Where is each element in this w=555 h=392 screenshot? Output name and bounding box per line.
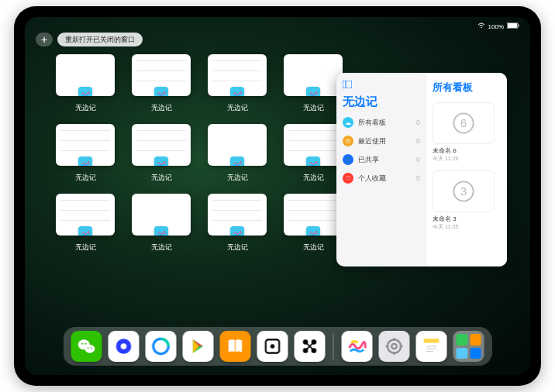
svg-point-21: [271, 344, 274, 348]
dock-divider: [333, 333, 334, 359]
app-window[interactable]: 无边记: [132, 124, 191, 186]
board-item[interactable]: 6 未命名 6 今天 11:26: [433, 102, 501, 163]
svg-text:3: 3: [460, 185, 467, 198]
app-window[interactable]: 无边记: [56, 124, 115, 186]
window-thumbnail[interactable]: [56, 54, 115, 96]
freeform-icon: [78, 87, 92, 96]
freeform-panel[interactable]: ••• 无边记 ☁ 所有看板 0⏱ 最近使用 0👤 已共享 0♡ 个人收藏 0 …: [336, 73, 507, 266]
panel-handle-icon[interactable]: •••: [483, 73, 498, 74]
window-thumbnail[interactable]: [208, 124, 267, 166]
svg-rect-4: [343, 81, 352, 88]
freeform-icon: [154, 156, 168, 166]
dock-app-dice[interactable]: [257, 331, 288, 362]
dock-app-books[interactable]: [220, 331, 251, 362]
category-item[interactable]: 👤 已共享 0: [343, 154, 420, 165]
window-label: 无边记: [303, 173, 324, 183]
category-item[interactable]: ♡ 个人收藏 0: [343, 173, 420, 184]
svg-rect-2: [508, 23, 517, 28]
category-count: 0: [416, 137, 420, 145]
board-item[interactable]: 3 未命名 3 今天 11:25: [433, 170, 501, 231]
window-label: 无边记: [227, 242, 248, 253]
window-label: 无边记: [75, 103, 96, 113]
window-label: 无边记: [151, 103, 172, 113]
board-timestamp: 今天 11:26: [433, 155, 501, 163]
app-window[interactable]: 无边记: [284, 124, 343, 186]
window-thumbnail[interactable]: [56, 194, 115, 236]
category-item[interactable]: ☁ 所有看板 0: [343, 117, 420, 128]
freeform-icon: [78, 226, 92, 236]
category-count: 0: [416, 156, 420, 163]
window-thumbnail[interactable]: [132, 194, 191, 236]
svg-point-0: [481, 27, 482, 29]
freeform-icon: [306, 226, 320, 236]
svg-rect-3: [519, 25, 519, 27]
dock-app-notes[interactable]: [416, 331, 447, 362]
window-thumbnail[interactable]: [208, 194, 267, 236]
dock-app-dots[interactable]: [295, 331, 326, 362]
board-name: 未命名 3: [433, 215, 501, 223]
sidebar-toggle-icon[interactable]: [343, 81, 420, 90]
freeform-icon: [154, 226, 168, 236]
ipad-frame: 100% + 重新打开已关闭的窗口 无边记无边记无边记无边记无边记无边记无边记无…: [14, 6, 541, 386]
battery-label: 100%: [488, 23, 504, 30]
dock-app-settings[interactable]: [379, 331, 410, 362]
category-icon: ⏱: [343, 136, 353, 146]
panel-main: 所有看板 6 未命名 6 今天 11:26 3 未命名 3 今天 11:25: [426, 73, 507, 266]
svg-point-12: [81, 343, 83, 345]
app-window[interactable]: 无边记: [132, 194, 191, 256]
window-label: 无边记: [227, 173, 248, 183]
dock-app-play[interactable]: [183, 331, 214, 362]
dock-app-freeform[interactable]: [342, 331, 373, 362]
svg-rect-35: [424, 339, 440, 342]
dock-app-qqbrowser[interactable]: [146, 331, 177, 362]
category-count: 0: [416, 174, 420, 182]
board-thumbnail: 6: [433, 102, 495, 144]
app-window[interactable]: 无边记: [208, 124, 267, 186]
category-icon: ♡: [343, 173, 353, 184]
window-thumbnail[interactable]: [208, 54, 267, 96]
panel-sidebar: 无边记 ☁ 所有看板 0⏱ 最近使用 0👤 已共享 0♡ 个人收藏 0: [336, 73, 426, 266]
screen: 100% + 重新打开已关闭的窗口 无边记无边记无边记无边记无边记无边记无边记无…: [25, 17, 530, 375]
svg-point-17: [121, 343, 127, 349]
svg-point-13: [84, 343, 86, 345]
svg-point-29: [391, 344, 397, 349]
window-thumbnail[interactable]: [132, 124, 191, 166]
board-thumbnail: 3: [433, 170, 495, 212]
window-thumbnail[interactable]: [284, 54, 343, 96]
window-thumbnail[interactable]: [56, 124, 115, 166]
app-window[interactable]: 无边记: [208, 194, 267, 256]
svg-point-14: [88, 347, 89, 349]
category-item[interactable]: ⏱ 最近使用 0: [343, 136, 420, 146]
category-icon: ☁: [343, 117, 353, 128]
freeform-icon: [230, 226, 244, 236]
app-window[interactable]: 无边记: [284, 194, 343, 256]
panel-title: 无边记: [343, 95, 420, 109]
app-window[interactable]: 无边记: [284, 54, 343, 116]
window-label: 无边记: [151, 242, 172, 253]
dock: [64, 327, 492, 366]
category-label: 所有看板: [358, 118, 386, 128]
board-timestamp: 今天 11:25: [433, 223, 501, 231]
category-icon: 👤: [343, 154, 353, 165]
freeform-icon: [154, 87, 168, 96]
dock-app-quark[interactable]: [109, 331, 140, 362]
dock-app-wechat[interactable]: [71, 331, 102, 362]
svg-point-28: [388, 339, 401, 352]
window-thumbnail[interactable]: [132, 54, 191, 96]
category-label: 最近使用: [358, 136, 386, 146]
category-label: 个人收藏: [358, 174, 386, 184]
wifi-icon: [477, 22, 485, 30]
window-label: 无边记: [303, 242, 324, 253]
app-window[interactable]: 无边记: [132, 54, 191, 116]
app-window[interactable]: 无边记: [56, 54, 115, 116]
reopen-closed-window-button[interactable]: 重新打开已关闭的窗口: [57, 33, 143, 46]
app-window[interactable]: 无边记: [208, 54, 267, 116]
window-thumbnail[interactable]: [284, 124, 343, 166]
new-window-button[interactable]: +: [36, 33, 53, 46]
svg-point-11: [84, 345, 95, 353]
window-thumbnail[interactable]: [284, 194, 343, 236]
dock-folder[interactable]: [453, 331, 484, 362]
app-window[interactable]: 无边记: [56, 194, 115, 256]
svg-text:6: 6: [460, 117, 467, 129]
mission-control-grid: 无边记无边记无边记无边记无边记无边记无边记无边记无边记无边记无边记无边记: [56, 54, 335, 256]
